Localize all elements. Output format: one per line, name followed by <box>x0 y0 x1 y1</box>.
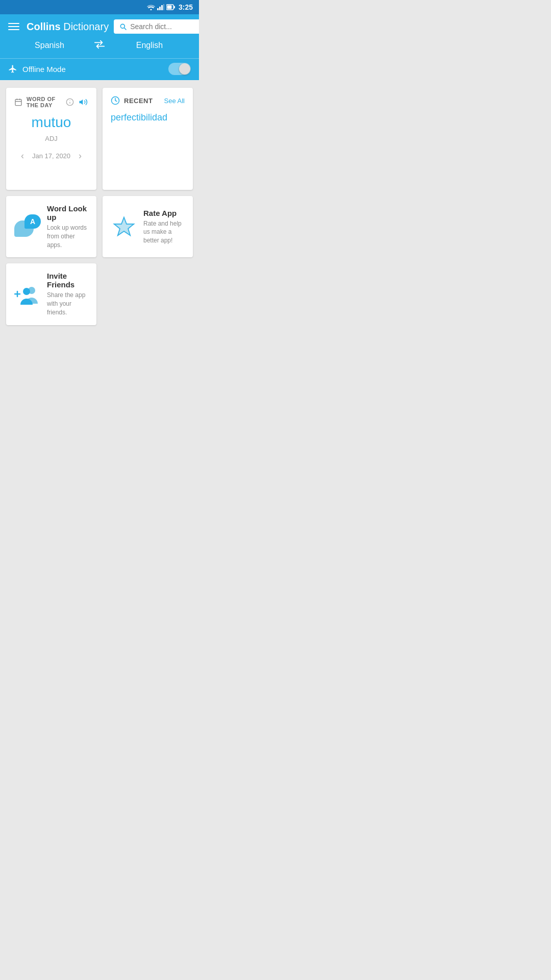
status-bar: 3:25 <box>0 0 199 14</box>
toggle-knob <box>179 63 190 75</box>
recent-header: RECENT See All <box>111 96 185 105</box>
word-of-day-card[interactable]: WORD OF THE DAY mutuo ADJ ‹ Jan 17, 2020… <box>6 88 96 190</box>
rate-app-text: Rate App Rate and help us make a better … <box>143 209 185 245</box>
svg-marker-21 <box>114 217 134 235</box>
rate-app-card[interactable]: Rate App Rate and help us make a better … <box>103 196 193 257</box>
word-of-day-word: mutuo <box>14 114 88 131</box>
invite-friends-card[interactable]: Invite Friends Share the app with your f… <box>6 263 96 325</box>
star-icon <box>113 215 135 238</box>
rate-app-title: Rate App <box>143 209 185 217</box>
hamburger-menu[interactable] <box>6 21 21 32</box>
people-group-icon <box>14 283 41 306</box>
invite-friends-title: Invite Friends <box>47 272 88 289</box>
svg-rect-0 <box>157 8 159 10</box>
battery-icon <box>166 4 176 10</box>
word-of-day-pos: ADJ <box>14 135 88 142</box>
invite-friends-text: Invite Friends Share the app with your f… <box>47 272 88 316</box>
recent-card[interactable]: RECENT See All perfectibilidad <box>103 88 193 190</box>
target-language-btn[interactable]: English <box>110 39 189 52</box>
status-icons <box>147 4 176 10</box>
offline-mode-bar: Offline Mode <box>0 59 199 80</box>
svg-rect-11 <box>15 100 21 106</box>
wotd-navigation: ‹ Jan 17, 2020 › <box>14 151 88 161</box>
wotd-header: WORD OF THE DAY <box>14 96 88 108</box>
main-content: WORD OF THE DAY mutuo ADJ ‹ Jan 17, 2020… <box>0 81 199 332</box>
search-bar[interactable] <box>114 19 199 34</box>
airplane-icon <box>8 64 17 74</box>
word-lookup-title: Word Look up <box>47 204 88 222</box>
svg-point-25 <box>23 288 30 295</box>
svg-rect-3 <box>163 4 164 10</box>
search-icon <box>119 22 127 31</box>
invite-friends-description: Share the app with your friends. <box>47 291 88 316</box>
recent-word[interactable]: perfectibilidad <box>111 112 185 123</box>
calendar-icon <box>14 98 22 106</box>
svg-rect-6 <box>174 6 175 9</box>
sound-icon[interactable] <box>78 97 88 107</box>
source-language-btn[interactable]: Spanish <box>10 39 89 52</box>
invite-friends-icon <box>14 281 41 308</box>
svg-rect-1 <box>159 7 161 10</box>
svg-rect-5 <box>167 6 171 9</box>
svg-point-17 <box>69 101 70 101</box>
language-switcher: Spanish English <box>0 39 199 59</box>
next-word-btn[interactable]: › <box>79 151 82 161</box>
word-lookup-icon: A <box>14 213 41 240</box>
see-all-btn[interactable]: See All <box>164 97 185 105</box>
offline-toggle[interactable] <box>168 63 191 75</box>
clock-icon <box>111 96 120 105</box>
svg-rect-2 <box>161 5 163 10</box>
wotd-section-title: WORD OF THE DAY <box>27 96 62 108</box>
word-lookup-description: Look up words from other apps. <box>47 224 88 249</box>
app-title: Collins Dictionary <box>27 21 109 33</box>
word-of-day-date: Jan 17, 2020 <box>32 152 70 160</box>
recent-section-title: RECENT <box>124 97 160 105</box>
prev-word-btn[interactable]: ‹ <box>21 151 24 161</box>
word-lookup-card[interactable]: A Word Look up Look up words from other … <box>6 196 96 257</box>
search-input[interactable] <box>130 22 199 31</box>
rate-app-icon <box>111 213 137 240</box>
wifi-icon <box>147 4 155 10</box>
swap-languages-btn[interactable] <box>89 40 110 52</box>
svg-marker-18 <box>80 100 83 105</box>
offline-label: Offline Mode <box>22 65 163 74</box>
info-icon[interactable] <box>66 98 74 106</box>
signal-icon <box>157 4 164 10</box>
word-lookup-text: Word Look up Look up words from other ap… <box>47 204 88 249</box>
status-time: 3:25 <box>179 3 193 11</box>
lookup-bubble-icon: A <box>14 213 41 240</box>
rate-app-description: Rate and help us make a better app! <box>143 219 185 245</box>
app-header: Collins Dictionary <box>0 14 199 39</box>
